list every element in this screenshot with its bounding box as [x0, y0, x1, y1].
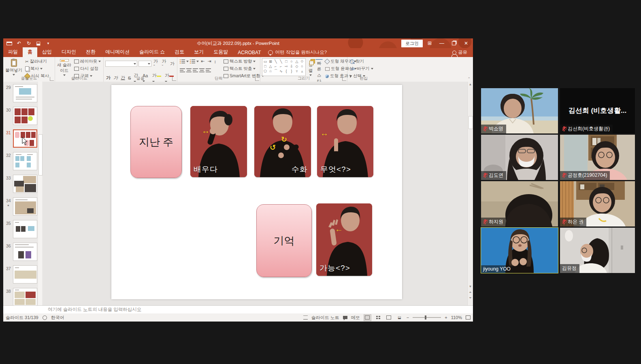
grow-font-button[interactable]: 가ˆ: [153, 58, 160, 69]
participant-tile-8[interactable]: 김유정: [560, 228, 635, 273]
font-dialog-launcher[interactable]: [172, 77, 176, 81]
tab-transitions[interactable]: 전환: [81, 47, 100, 57]
memo-toggle[interactable]: 메모: [351, 315, 360, 321]
zoom-percentage[interactable]: 110%: [451, 315, 462, 320]
paste-button[interactable]: 붙여넣기: [5, 58, 23, 76]
thumbnail-slide-30[interactable]: 30: [3, 107, 43, 125]
close-button[interactable]: ✕: [461, 39, 471, 47]
participant-tile-2[interactable]: 김선희 (비호생활... 김선희(비호생활관): [560, 88, 635, 133]
clear-formatting-button[interactable]: 가: [169, 61, 175, 67]
tab-acrobat[interactable]: ACROBAT: [233, 49, 266, 57]
slide-editing-canvas[interactable]: 지난 주 ↔ 배우다: [43, 82, 473, 305]
ribbon-display-options-icon[interactable]: ⊞: [424, 39, 435, 47]
quick-styles-button[interactable]: 빠른스타일: [315, 58, 323, 76]
sign-photo-sign-language[interactable]: ↺ ↻ 수화: [254, 106, 311, 177]
new-slide-button[interactable]: 새 슬라이드: [57, 58, 72, 76]
align-left-icon[interactable]: [180, 68, 185, 72]
tab-animations[interactable]: 애니메이션: [100, 47, 134, 57]
justify-icon[interactable]: [199, 68, 204, 72]
tab-design[interactable]: 디자인: [57, 47, 81, 57]
thumbnail-slide-29[interactable]: 29: [3, 84, 43, 103]
thumbnail-slide-38[interactable]: 38: [3, 288, 43, 305]
tab-help[interactable]: 도움말: [209, 47, 233, 57]
previous-slide-icon[interactable]: ⏶: [468, 290, 473, 295]
minimize-button[interactable]: —: [437, 39, 447, 47]
login-button[interactable]: 로그인: [401, 40, 423, 47]
normal-view-button[interactable]: [364, 314, 371, 321]
decrease-indent-icon[interactable]: ⇤: [200, 59, 205, 64]
notes-pane[interactable]: 여기에 슬라이드 노트의 내용을 입력하십시오: [3, 305, 473, 313]
align-right-icon[interactable]: [193, 68, 198, 72]
thumbnail-slide-35[interactable]: 35: [3, 220, 43, 239]
increase-indent-icon[interactable]: ⇥: [207, 59, 212, 64]
textbox-memory[interactable]: 기억: [256, 204, 312, 277]
share-button[interactable]: 공유: [447, 49, 473, 57]
zoom-out-button[interactable]: −: [407, 315, 409, 320]
reset-button[interactable]: 다시 설정: [73, 66, 102, 72]
restore-button[interactable]: [449, 39, 459, 47]
arrange-button[interactable]: 정렬: [307, 58, 314, 76]
tab-slideshow[interactable]: 슬라이드 쇼: [134, 47, 170, 57]
zoom-slider-knob[interactable]: [425, 315, 426, 320]
thumbnail-slide-34[interactable]: 34 ✶: [3, 197, 43, 216]
notes-toggle[interactable]: 슬라이드 노트: [311, 315, 339, 321]
next-slide-icon[interactable]: ⏷: [468, 295, 473, 301]
tab-view[interactable]: 보기: [189, 47, 209, 57]
participant-tile-7-active-speaker[interactable]: jiyoung YOO: [481, 228, 558, 273]
align-text-button[interactable]: 텍스트 맞춤: [223, 66, 265, 72]
scroll-down-icon[interactable]: ▼: [468, 284, 473, 289]
scrollbar-thumb[interactable]: [469, 116, 473, 129]
slide-31[interactable]: 지난 주 ↔ 배우다: [111, 85, 402, 299]
sign-photo-possible[interactable]: ← 가능<?>: [316, 203, 372, 276]
zoom-in-button[interactable]: +: [445, 315, 447, 320]
participant-tile-6[interactable]: 하은 권: [560, 181, 635, 226]
canvas-scrollbar[interactable]: ▲ ▼ ⏶ ⏷: [467, 82, 473, 305]
columns-icon[interactable]: [206, 68, 211, 72]
scissors-icon: ✂: [25, 59, 29, 64]
participant-tile-3[interactable]: 김도연: [481, 135, 558, 180]
font-name-combobox[interactable]: [105, 61, 137, 67]
participant-tile-4[interactable]: 공정호(21902704): [560, 135, 635, 180]
drawing-dialog-launcher[interactable]: [342, 77, 346, 81]
tab-review[interactable]: 검토: [170, 47, 189, 57]
scroll-up-icon[interactable]: ▲: [468, 82, 473, 87]
slideshow-view-button[interactable]: ⬓: [396, 315, 403, 321]
language-indicator[interactable]: 한국어: [51, 315, 64, 321]
bullets-icon[interactable]: [180, 59, 185, 63]
thumbnail-slide-37[interactable]: 37: [3, 265, 43, 284]
numbering-icon[interactable]: [190, 59, 195, 63]
thumbnail-slide-32[interactable]: 32: [3, 152, 43, 171]
replace-button[interactable]: ab바꾸기: [349, 66, 374, 72]
tell-me-search[interactable]: 어떤 작업을 원하시나요?: [268, 49, 327, 57]
line-spacing-icon[interactable]: ↕: [213, 59, 217, 64]
layout-button[interactable]: 레이아웃: [73, 58, 102, 65]
shape-gallery[interactable]: ▭⊞╲╲□○△⬦ □△⌐⌐⇨⇩◇○ ⬠☆⌒∿{}▿▵: [262, 58, 306, 76]
sign-photo-what[interactable]: ↔ 무엇<?>: [317, 106, 373, 177]
thumbnail-scrollbar[interactable]: [38, 82, 42, 305]
slide-counter[interactable]: 슬라이드 31/139: [6, 315, 38, 321]
collapse-ribbon-icon[interactable]: ⌃: [467, 77, 471, 81]
tab-insert[interactable]: 삽입: [37, 47, 57, 57]
participant-tile-5[interactable]: 하지원: [481, 181, 558, 226]
find-button[interactable]: 찾기: [349, 58, 374, 65]
thumbnail-slide-33[interactable]: 33: [3, 175, 43, 193]
thumbnail-slide-36[interactable]: 36: [3, 243, 43, 261]
align-center-icon[interactable]: [186, 68, 192, 72]
clipboard-dialog-launcher[interactable]: [50, 77, 54, 81]
paragraph-dialog-launcher[interactable]: [255, 77, 259, 81]
fit-slide-to-window-icon[interactable]: [466, 315, 471, 320]
font-size-combobox[interactable]: [138, 61, 151, 67]
reading-view-button[interactable]: [385, 315, 392, 321]
tab-home[interactable]: 홈: [23, 47, 37, 57]
text-direction-button[interactable]: 텍스트 방향: [223, 58, 265, 65]
sign-photo-learn[interactable]: ↔ 배우다: [190, 106, 247, 177]
cut-button[interactable]: ✂잘라내기: [24, 58, 50, 65]
copy-button[interactable]: 복사: [24, 66, 50, 72]
shrink-font-button[interactable]: 가ˇ: [161, 58, 168, 69]
zoom-slider[interactable]: [413, 317, 441, 318]
textbox-last-week[interactable]: 지난 주: [130, 106, 182, 178]
participant-tile-1[interactable]: 박소영: [481, 88, 558, 133]
accessibility-icon[interactable]: [43, 315, 47, 320]
tab-file[interactable]: 파일: [3, 47, 23, 57]
slide-sorter-view-button[interactable]: [375, 315, 382, 321]
